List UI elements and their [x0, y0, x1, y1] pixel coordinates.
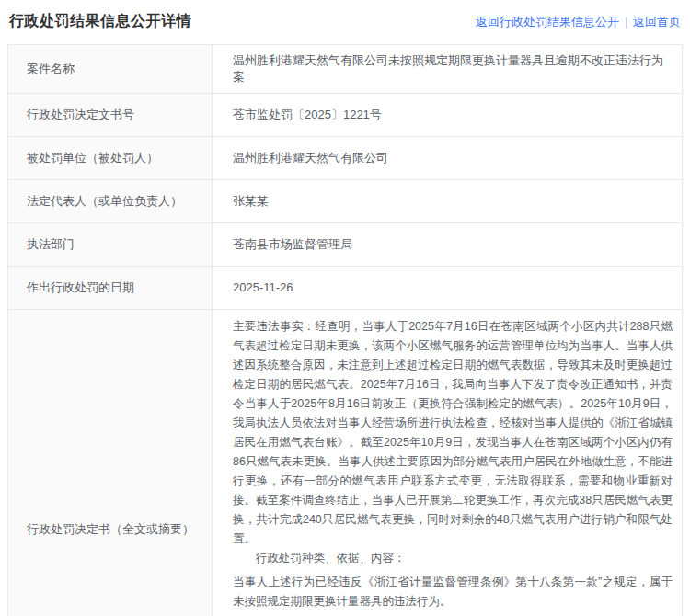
header-nav: 返回行政处罚结果信息公开 | 返回首页	[476, 14, 681, 30]
decision-paragraph-heading: 行政处罚种类、依据、内容：	[233, 549, 673, 568]
table-row-penalty-date: 作出行政处罚的日期 2025-11-26	[8, 267, 683, 310]
table-row-enforcement-department: 执法部门 苍南县市场监督管理局	[8, 223, 683, 267]
table-row-legal-representative: 法定代表人（或单位负责人） 张某某	[8, 180, 683, 223]
back-to-list-link[interactable]: 返回行政处罚结果信息公开	[476, 14, 619, 30]
decision-paragraph-facts: 主要违法事实：经查明，当事人于2025年7月16日在苍南区域两个小区内共计288…	[233, 317, 673, 549]
row-label: 作出行政处罚的日期	[8, 267, 213, 310]
decision-paragraph-violation: 当事人上述行为已经违反《浙江省计量监督管理条例》第十八条第一款”之规定，属于未按…	[233, 573, 673, 611]
row-label: 行政处罚决定书（全文或摘要）	[8, 310, 213, 616]
row-value: 张某某	[213, 180, 683, 223]
row-value: 苍市监处罚〔2025〕1221号	[213, 94, 683, 137]
row-value: 2025-11-26	[213, 267, 683, 310]
penalty-detail-page: 行政处罚结果信息公开详情 返回行政处罚结果信息公开 | 返回首页 案件名称 温州…	[0, 0, 690, 616]
row-value: 温州胜利港耀天然气有限公司未按照规定期限更换计量器具且逾期不改正违法行为案	[213, 45, 683, 94]
table-row-document-number: 行政处罚决定文书号 苍市监处罚〔2025〕1221号	[8, 94, 683, 137]
link-divider: |	[625, 16, 627, 29]
back-to-home-link[interactable]: 返回首页	[633, 14, 681, 30]
row-value: 苍南县市场监督管理局	[213, 223, 683, 267]
row-label: 案件名称	[8, 45, 213, 94]
decision-text-cell: 主要违法事实：经查明，当事人于2025年7月16日在苍南区域两个小区内共计288…	[213, 310, 683, 616]
table-row-case-name: 案件名称 温州胜利港耀天然气有限公司未按照规定期限更换计量器具且逾期不改正违法行…	[8, 45, 683, 94]
row-label: 行政处罚决定文书号	[8, 94, 213, 137]
row-label: 执法部门	[8, 223, 213, 267]
page-header: 行政处罚结果信息公开详情 返回行政处罚结果信息公开 | 返回首页	[0, 0, 690, 44]
penalty-info-table: 案件名称 温州胜利港耀天然气有限公司未按照规定期限更换计量器具且逾期不改正违法行…	[7, 44, 683, 616]
row-value: 温州胜利港耀天然气有限公司	[213, 137, 683, 180]
table-row-punished-party: 被处罚单位（被处罚人） 温州胜利港耀天然气有限公司	[8, 137, 683, 180]
row-label: 被处罚单位（被处罚人）	[8, 137, 213, 180]
table-row-decision-document: 行政处罚决定书（全文或摘要） 主要违法事实：经查明，当事人于2025年7月16日…	[8, 310, 683, 616]
page-title: 行政处罚结果信息公开详情	[9, 12, 191, 31]
row-label: 法定代表人（或单位负责人）	[8, 180, 213, 223]
